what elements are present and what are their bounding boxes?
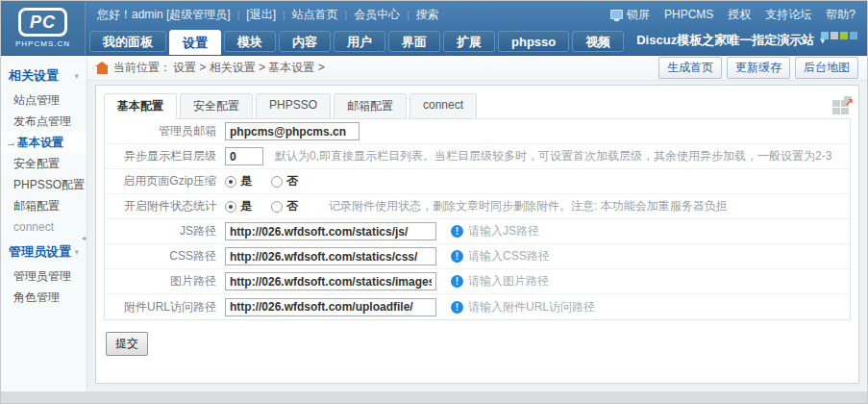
utility-menu: 锁屏PHPCMS授权支持论坛帮助?	[596, 7, 856, 23]
user-greeting: 您好！admin [超级管理员]	[97, 7, 231, 23]
update-cache-button[interactable]: 更新缓存	[727, 57, 790, 79]
nav-tab-dashboard[interactable]: 我的面板	[89, 31, 166, 52]
gzip-option-label: 否	[286, 173, 298, 189]
sidebar-section-related-settings[interactable]: 相关设置▾	[1, 62, 87, 89]
search-link[interactable]: 搜索	[416, 8, 439, 21]
generate-home-button[interactable]: 生成首页	[658, 57, 722, 79]
attachment-stat-help: 记录附件使用状态，删除文章时同步删除附件。注意: 本功能会加重服务器负担	[329, 198, 728, 215]
theme-square-2[interactable]	[831, 32, 838, 39]
member-center-link[interactable]: 会员中心	[354, 8, 400, 21]
gzip-radio-no[interactable]	[271, 176, 283, 188]
nav-tab-phpsso[interactable]: phpsso	[498, 31, 569, 52]
js-path-input[interactable]	[225, 222, 436, 240]
form-row-admin-email: 管理员邮箱	[105, 119, 850, 144]
site-selector[interactable]: Discuz模板之家唯一指定演示站 ▼	[636, 32, 827, 49]
attachment-stat-radio-yes[interactable]	[225, 201, 236, 213]
attachment-url-input[interactable]	[225, 298, 436, 316]
tab-mail-config[interactable]: 邮箱配置	[334, 93, 407, 119]
sidebar-item-role-management[interactable]: 角色管理	[1, 287, 87, 308]
sidebar-item-connect[interactable]: connect	[1, 216, 87, 238]
collapse-caret-icon: ▾	[74, 71, 79, 81]
header-main: 您好！admin [超级管理员] |[退出]|站点首页|会员中心|搜索 锁屏PH…	[86, 1, 867, 55]
nav-tab-settings[interactable]: 设置	[169, 30, 221, 55]
image-path-hint-text: 请输入图片路径	[468, 273, 549, 290]
sidebar-collapse-handle[interactable]: ◂	[80, 217, 87, 258]
license-link[interactable]: 授权	[728, 7, 751, 23]
config-tabs: 基本配置安全配置PHPSSO邮箱配置connect	[104, 93, 480, 119]
nav-tab-users[interactable]: 用户	[334, 31, 385, 52]
tab-phpsso[interactable]: PHPSSO	[256, 93, 331, 119]
nav-tab-modules[interactable]: 模块	[224, 31, 276, 52]
image-path-input[interactable]	[225, 272, 436, 290]
admin-email-label: 管理员邮箱	[111, 123, 216, 139]
info-icon: !	[451, 301, 463, 314]
sidebar-item-basic-settings[interactable]: →基本设置	[1, 132, 87, 153]
sidebar-item-mail-config[interactable]: 邮箱配置	[1, 195, 87, 216]
sidebar-item-site-management[interactable]: 站点管理	[1, 89, 87, 111]
info-icon: !	[451, 275, 463, 288]
sidebar-item-publish-point[interactable]: 发布点管理	[1, 111, 87, 132]
help-link[interactable]: 帮助?	[826, 7, 856, 23]
tab-basic-config[interactable]: 基本配置	[104, 93, 177, 119]
css-path-label: CSS路径	[111, 248, 216, 265]
home-icon[interactable]	[97, 66, 108, 74]
phpcms-logo[interactable]: PC PHPCMS.CN	[1, 1, 86, 55]
breadcrumb-bar: 当前位置： 设置 > 相关设置 > 基本设置 > 生成首页更新缓存后台地图	[87, 56, 867, 81]
support-forum-link[interactable]: 支持论坛	[765, 7, 811, 23]
gzip-radio-yes[interactable]	[225, 176, 236, 188]
theme-square-4[interactable]	[850, 32, 857, 39]
content-panel: 基本配置安全配置PHPSSO邮箱配置connect ↗ 管理员邮箱异步显示栏目层…	[95, 85, 859, 384]
sidebar-section-title: 相关设置	[9, 67, 59, 85]
breadcrumb: 设置 > 相关设置 > 基本设置 >	[173, 60, 325, 76]
body-wrap: 相关设置▾站点管理发布点管理→基本设置安全配置PHPSSO配置邮箱配置conne…	[1, 56, 867, 391]
submit-button[interactable]: 提交	[106, 332, 148, 356]
attachment-stat-option-label: 是	[240, 198, 252, 215]
phpcms-link[interactable]: PHPCMS	[664, 8, 713, 21]
css-path-input[interactable]	[225, 247, 436, 265]
header-top-row: 您好！admin [超级管理员] |[退出]|站点首页|会员中心|搜索 锁屏PH…	[86, 1, 867, 28]
sidebar-section-admin-settings[interactable]: 管理员设置▾	[1, 238, 87, 265]
main-area: 当前位置： 设置 > 相关设置 > 基本设置 > 生成首页更新缓存后台地图 基本…	[87, 56, 867, 391]
css-path-hint-text: 请输入CSS路径	[468, 248, 550, 265]
nav-tab-extensions[interactable]: 扩展	[443, 31, 495, 52]
js-path-label: JS路径	[111, 223, 216, 240]
nav-tab-interface[interactable]: 界面	[388, 31, 440, 52]
sidebar-item-phpsso-config[interactable]: PHPSSO配置	[1, 174, 87, 195]
js-path-hint: !请输入JS路径	[451, 223, 539, 240]
form-row-gzip: 启用页面Gzip压缩是否	[105, 169, 850, 194]
lock-screen-link[interactable]: 锁屏	[610, 7, 650, 23]
collapse-caret-icon: ▾	[74, 247, 79, 257]
nav-tab-video[interactable]: 视频	[572, 31, 624, 52]
site-home-link[interactable]: 站点首页	[292, 8, 338, 21]
form-row-css-path: CSS路径!请输入CSS路径	[105, 244, 850, 269]
sidebar-section-title: 管理员设置	[9, 243, 71, 261]
theme-square-1[interactable]	[821, 32, 829, 39]
form-row-category-level: 异步显示栏目层级默认为0,即直接显示栏目列表。当栏目层级较多时，可设置首次加载层…	[105, 144, 850, 169]
form-row-attachment-stat: 开启附件状态统计是否记录附件使用状态，删除文章时同步删除附件。注意: 本功能会加…	[105, 194, 850, 219]
tab-connect[interactable]: connect	[409, 93, 477, 119]
active-arrow-icon: →	[6, 137, 16, 148]
logo-text: PHPCMS.CN	[15, 39, 70, 48]
sidebar-item-admin-management[interactable]: 管理员管理	[1, 265, 87, 287]
phpcms-admin-window: PC PHPCMS.CN 您好！admin [超级管理员] |[退出]|站点首页…	[0, 0, 868, 404]
attachment-stat-radio-no[interactable]	[271, 201, 283, 213]
attachment-url-label: 附件URL访问路径	[111, 299, 216, 316]
logout-link[interactable]: [退出]	[246, 8, 276, 21]
theme-square-3[interactable]	[840, 32, 848, 39]
user-menu: 您好！admin [超级管理员] |[退出]|站点首页|会员中心|搜索	[97, 7, 439, 23]
form-row-attachment-url: 附件URL访问路径!请输入附件URL访问路径	[105, 294, 850, 319]
expand-grid-icon[interactable]: ↗	[832, 100, 851, 117]
theme-color-picker	[821, 32, 857, 39]
category-level-input[interactable]	[225, 147, 263, 165]
sidebar: 相关设置▾站点管理发布点管理→基本设置安全配置PHPSSO配置邮箱配置conne…	[1, 56, 87, 391]
attachment-stat-option-label: 否	[286, 198, 298, 215]
sitemap-button[interactable]: 后台地图	[795, 57, 858, 79]
admin-email-input[interactable]	[225, 122, 360, 140]
nav-tab-content[interactable]: 内容	[279, 31, 331, 52]
tab-security-config[interactable]: 安全配置	[180, 93, 253, 119]
category-level-help: 默认为0,即直接显示栏目列表。当栏目层级较多时，可设置首次加载层级，其余使用异步…	[275, 148, 831, 164]
site-selector-label: Discuz模板之家唯一指定演示站	[636, 32, 814, 49]
sidebar-item-security-config[interactable]: 安全配置	[1, 153, 87, 174]
gzip-label: 启用页面Gzip压缩	[111, 173, 216, 189]
info-icon: !	[451, 225, 463, 238]
